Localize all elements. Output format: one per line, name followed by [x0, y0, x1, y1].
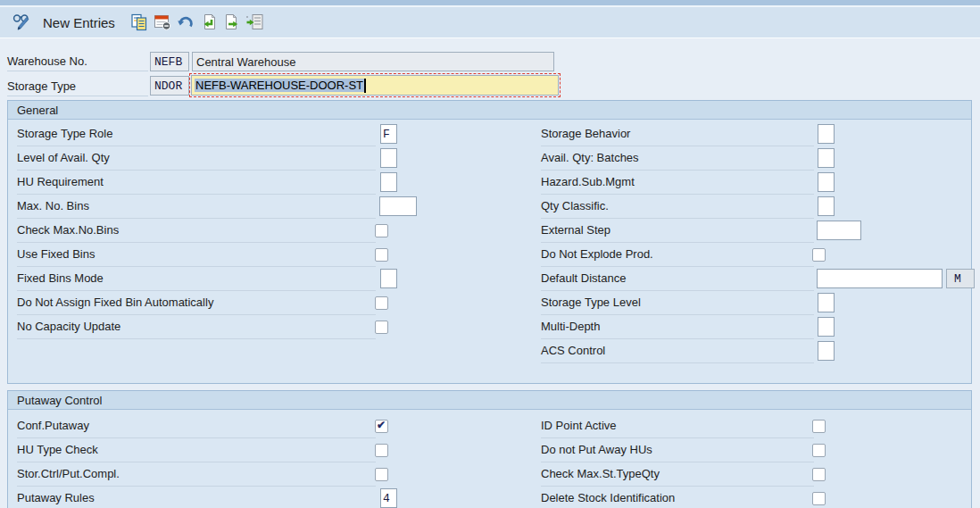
undo-change-icon — [176, 12, 195, 32]
delete-stock-identification-checkbox[interactable] — [812, 492, 826, 505]
field-row: Storage Behavior — [8, 123, 971, 146]
field-row: ID Point Active — [8, 415, 971, 438]
application-toolbar: New Entries — [0, 7, 980, 38]
storage-type-code-field[interactable]: NDOR — [150, 76, 189, 96]
delete-entry-icon — [153, 12, 172, 32]
do-not-put-away-hus-checkbox[interactable] — [812, 444, 826, 457]
field-label: Storage Type Level — [541, 296, 641, 309]
field-label: Hazard.Sub.Mgmt — [541, 175, 635, 188]
window-top-strip — [0, 0, 980, 7]
deselect-all-icon — [245, 12, 265, 32]
avail-qty-batches-input[interactable] — [818, 148, 835, 168]
putaway-section-title: Putaway Control — [17, 394, 102, 407]
copy-as-icon — [129, 12, 149, 32]
delete-entry-button[interactable] — [151, 11, 174, 34]
putaway-control-section: Putaway Control Conf.Putaway HU Type Che… — [7, 390, 972, 508]
general-section: General Storage Type Role Level of Avail… — [7, 100, 972, 384]
select-all-icon — [199, 12, 219, 32]
field-row: ACS Control — [8, 340, 971, 363]
check-max-st-typeqty-checkbox[interactable] — [812, 468, 826, 481]
default-distance-unit: M — [946, 269, 975, 288]
field-row: Default Distance M — [8, 268, 971, 291]
field-label: Do not Put Away HUs — [541, 443, 652, 456]
field-row: Avail. Qty: Batches — [8, 147, 971, 171]
warehouse-description-field[interactable]: Central Warehouse — [192, 52, 554, 71]
field-label: ACS Control — [541, 344, 605, 357]
select-block-icon — [222, 12, 242, 32]
display-change-button[interactable] — [9, 11, 36, 34]
new-entries-button[interactable]: New Entries — [43, 15, 115, 30]
storage-behavior-input[interactable] — [818, 124, 835, 144]
field-label: Do Not Explode Prod. — [541, 247, 653, 261]
field-row: Do Not Explode Prod. — [8, 244, 971, 267]
field-label: Storage Behavior — [541, 127, 630, 140]
field-row: Check Max.St.TypeQty — [8, 463, 971, 487]
field-label: Avail. Qty: Batches — [541, 151, 639, 164]
divider — [7, 96, 148, 96]
copy-as-button[interactable] — [128, 11, 151, 34]
field-row: Storage Type Level — [8, 292, 971, 315]
selected-text: NEFB-WAREHOUSE-DOOR-ST — [195, 79, 364, 92]
undo-change-button[interactable] — [174, 11, 197, 34]
select-all-button[interactable] — [197, 11, 220, 34]
field-label: ID Point Active — [541, 419, 617, 432]
warehouse-no-label: Warehouse No. — [7, 54, 87, 68]
storage-type-label: Storage Type — [7, 79, 76, 93]
select-block-button[interactable] — [220, 11, 244, 34]
general-section-header: General — [8, 101, 971, 120]
field-label: Qty Classific. — [541, 199, 609, 212]
general-section-title: General — [17, 104, 58, 117]
field-row: Hazard.Sub.Mgmt — [8, 171, 971, 195]
text-caret — [364, 79, 366, 93]
field-row: Do not Put Away HUs — [8, 439, 971, 462]
multi-depth-input[interactable] — [818, 317, 835, 337]
field-row: Delete Stock Identification — [8, 487, 971, 508]
field-row: External Step — [8, 220, 971, 243]
field-label: External Step — [541, 223, 610, 237]
hazard-sub-mgmt-input[interactable] — [818, 172, 835, 192]
deselect-all-button[interactable] — [244, 11, 267, 34]
acs-control-input[interactable] — [818, 341, 835, 361]
field-label: Check Max.St.TypeQty — [541, 467, 660, 480]
field-label: Delete Stock Identification — [541, 491, 675, 504]
qty-classific-input[interactable] — [818, 196, 835, 216]
field-row: Qty Classific. — [8, 196, 971, 219]
id-point-active-checkbox[interactable] — [812, 420, 826, 433]
default-distance-input[interactable] — [817, 269, 943, 288]
field-row: Multi-Depth — [8, 316, 971, 339]
external-step-input[interactable] — [817, 221, 861, 240]
warehouse-no-field[interactable]: NEFB — [150, 52, 189, 71]
storage-type-description-input[interactable]: NEFB-WAREHOUSE-DOOR-ST — [191, 75, 559, 96]
divider — [7, 71, 148, 71]
putaway-section-header: Putaway Control — [8, 391, 971, 410]
display-change-icon — [11, 12, 34, 33]
do-not-explode-prod-checkbox[interactable] — [812, 248, 826, 262]
field-label: Multi-Depth — [541, 320, 600, 333]
storage-type-level-input[interactable] — [818, 293, 835, 312]
field-label: Default Distance — [541, 271, 626, 285]
